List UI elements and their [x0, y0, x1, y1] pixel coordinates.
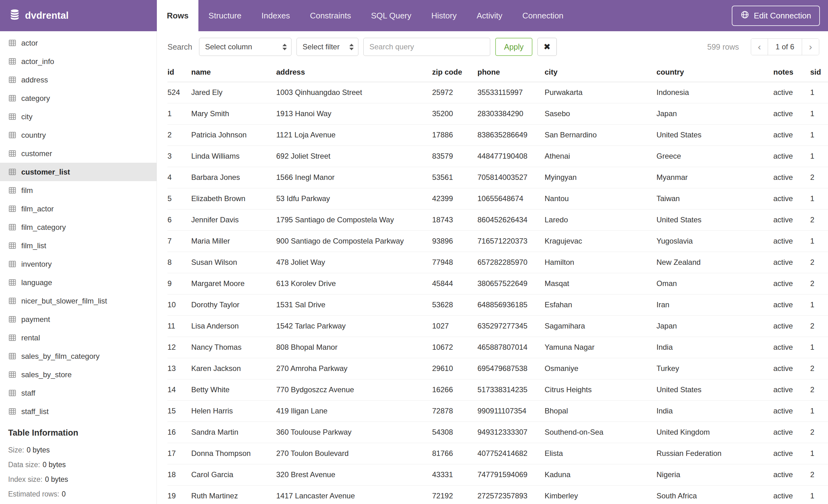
table-row[interactable]: 9Margaret Moore613 Korolev Drive45844380…	[167, 273, 828, 294]
table-row[interactable]: 13Karen Jackson270 Amroha Parkway2961069…	[167, 358, 828, 379]
brand[interactable]: dvdrental	[0, 0, 157, 31]
table-row[interactable]: 12Nancy Thomas808 Bhopal Manor1067246588…	[167, 337, 828, 358]
table-cell: 808 Bhopal Manor	[276, 337, 432, 358]
table-cell: Donna Thompson	[191, 443, 276, 464]
tab-sql-query[interactable]: SQL Query	[361, 0, 421, 31]
table-row[interactable]: 15Helen Harris419 Iligan Lane72878990911…	[167, 400, 828, 421]
search-query-input[interactable]	[363, 38, 490, 56]
table-cell: 1542 Tarlac Parkway	[276, 315, 432, 337]
tab-rows[interactable]: Rows	[157, 0, 198, 31]
tab-history[interactable]: History	[421, 0, 467, 31]
filter-select[interactable]: Select filter	[296, 38, 358, 56]
column-header-address[interactable]: address	[276, 62, 432, 82]
sidebar-item-label: inventory	[21, 260, 51, 269]
table-row[interactable]: 16Sandra Martin360 Toulouse Parkway54308…	[167, 421, 828, 443]
column-header-name[interactable]: name	[191, 62, 276, 82]
table-grid-icon	[8, 389, 16, 397]
tab-structure[interactable]: Structure	[198, 0, 251, 31]
sidebar-item-country[interactable]: country	[0, 126, 157, 144]
tab-constraints[interactable]: Constraints	[300, 0, 361, 31]
table-row[interactable]: 11Lisa Anderson1542 Tarlac Parkway102763…	[167, 315, 828, 337]
table-row[interactable]: 1Mary Smith1913 Hanoi Way352002830338429…	[167, 103, 828, 124]
table-grid-icon	[8, 204, 16, 213]
column-header-city[interactable]: city	[545, 62, 657, 82]
sidebar-item-film[interactable]: film	[0, 181, 157, 199]
sidebar-item-inventory[interactable]: inventory	[0, 255, 157, 273]
table-grid-icon	[8, 112, 16, 121]
sidebar-item-sales_by_store[interactable]: sales_by_store	[0, 365, 157, 384]
table-row[interactable]: 8Susan Wilson478 Joliet Way7794865728228…	[167, 252, 828, 273]
sidebar-item-film_category[interactable]: film_category	[0, 218, 157, 236]
table-information: Table Information Size:0 bytesData size:…	[0, 428, 157, 502]
table-cell: Bhopal	[545, 400, 657, 421]
table-cell: 35200	[432, 103, 478, 124]
table-row[interactable]: 6Jennifer Davis1795 Santiago de Composte…	[167, 209, 828, 230]
table-cell: Southend-on-Sea	[545, 421, 657, 443]
table-cell: 2	[810, 252, 828, 273]
table-row[interactable]: 2Patricia Johnson1121 Loja Avenue1788683…	[167, 124, 828, 145]
table-row[interactable]: 524Jared Ely1003 Qinhuangdao Street25972…	[167, 82, 828, 103]
table-row[interactable]: 17Donna Thompson270 Toulon Boulevard8176…	[167, 443, 828, 464]
table-cell: South Africa	[657, 485, 773, 504]
prev-page-button[interactable]: ‹	[751, 39, 768, 55]
tab-activity[interactable]: Activity	[466, 0, 512, 31]
table-cell: 53 Idfu Parkway	[276, 188, 432, 209]
table-cell: 72192	[432, 485, 478, 504]
sidebar-item-city[interactable]: city	[0, 107, 157, 126]
next-page-button[interactable]: ›	[802, 39, 819, 55]
sidebar-item-sales_by_film_category[interactable]: sales_by_film_category	[0, 347, 157, 365]
sidebar-item-actor[interactable]: actor	[0, 34, 157, 52]
table-row[interactable]: 19Ruth Martinez1417 Lancaster Avenue7219…	[167, 485, 828, 504]
sidebar-item-label: city	[21, 112, 33, 121]
sidebar-item-payment[interactable]: payment	[0, 310, 157, 328]
table-cell: Helen Harris	[191, 400, 276, 421]
tab-indexes[interactable]: Indexes	[251, 0, 300, 31]
tab-connection[interactable]: Connection	[512, 0, 574, 31]
table-view: idnameaddresszip codephonecitycountrynot…	[157, 62, 828, 504]
sidebar-item-staff[interactable]: staff	[0, 384, 157, 402]
sidebar-item-language[interactable]: language	[0, 273, 157, 292]
table-cell: 1417 Lancaster Avenue	[276, 485, 432, 504]
sidebar-item-film_list[interactable]: film_list	[0, 236, 157, 255]
table-cell: 657282285970	[478, 252, 545, 273]
table-cell: 53628	[432, 294, 478, 315]
table-cell: 2	[810, 358, 828, 379]
table-row[interactable]: 18Carol Garcia320 Brest Avenue4333174779…	[167, 464, 828, 485]
sidebar-item-nicer_but_slower_film_list[interactable]: nicer_but_slower_film_list	[0, 292, 157, 310]
sidebar-item-label: customer	[21, 149, 52, 158]
table-cell: 320 Brest Avenue	[276, 464, 432, 485]
sidebar-item-customer[interactable]: customer	[0, 144, 157, 163]
sidebar-item-category[interactable]: category	[0, 89, 157, 107]
database-icon	[9, 9, 20, 22]
edit-connection-button[interactable]: Edit Connection	[732, 6, 820, 26]
sidebar-item-customer_list[interactable]: customer_list	[0, 163, 157, 181]
column-header-id[interactable]: id	[167, 62, 191, 82]
table-row[interactable]: 14Betty White770 Bydgoszcz Avenue1626651…	[167, 379, 828, 400]
apply-button[interactable]: Apply	[495, 38, 532, 56]
sidebar-item-address[interactable]: address	[0, 71, 157, 89]
table-row[interactable]: 5Elizabeth Brown53 Idfu Parkway423991065…	[167, 188, 828, 209]
sidebar-item-film_actor[interactable]: film_actor	[0, 199, 157, 218]
column-header-notes[interactable]: notes	[773, 62, 810, 82]
sidebar-item-actor_info[interactable]: actor_info	[0, 52, 157, 71]
column-header-phone[interactable]: phone	[478, 62, 545, 82]
table-header-row: idnameaddresszip codephonecitycountrynot…	[167, 62, 828, 82]
table-cell: Turkey	[657, 358, 773, 379]
table-cell: 11	[167, 315, 191, 337]
column-select[interactable]: Select column	[199, 38, 292, 56]
sidebar-item-label: country	[21, 131, 46, 140]
table-row[interactable]: 4Barbara Jones1566 Inegl Manor5356170581…	[167, 167, 828, 188]
table-row[interactable]: 3Linda Williams692 Joliet Street83579448…	[167, 145, 828, 167]
sidebar-item-staff_list[interactable]: staff_list	[0, 402, 157, 421]
table-cell: active	[773, 124, 810, 145]
column-header-sid[interactable]: sid	[810, 62, 828, 82]
column-header-country[interactable]: country	[657, 62, 773, 82]
table-cell: Sandra Martin	[191, 421, 276, 443]
table-cell: United States	[657, 124, 773, 145]
column-header-zip-code[interactable]: zip code	[432, 62, 478, 82]
clear-search-button[interactable]: ✖	[537, 38, 557, 56]
table-row[interactable]: 7Maria Miller900 Santiago de Compostela …	[167, 230, 828, 252]
table-row[interactable]: 10Dorothy Taylor1531 Sal Drive5362864885…	[167, 294, 828, 315]
sidebar-item-rental[interactable]: rental	[0, 328, 157, 347]
table-cell: Greece	[657, 145, 773, 167]
